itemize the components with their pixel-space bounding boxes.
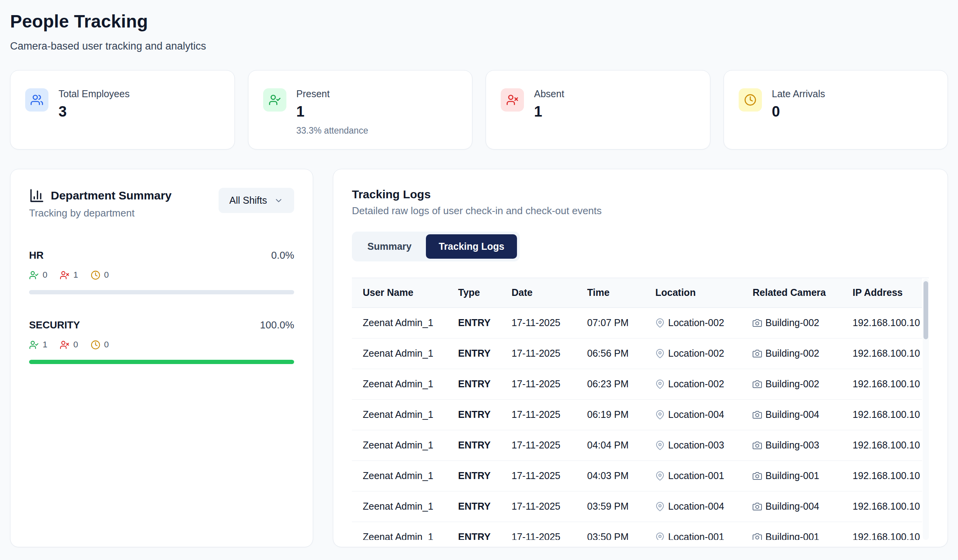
tracking-logs-title: Tracking Logs bbox=[352, 188, 929, 201]
icon-user-check bbox=[263, 88, 286, 112]
time-cell: 06:19 PM bbox=[587, 399, 655, 430]
map-pin-icon bbox=[655, 533, 665, 540]
ip-address-cell: 192.168.100.10 bbox=[853, 369, 922, 399]
camera-text: Building-001 bbox=[765, 470, 819, 481]
stat-value: 0 bbox=[772, 103, 825, 120]
related-camera-cell: Building-001 bbox=[753, 460, 853, 491]
department-name: HR bbox=[29, 249, 44, 261]
camera-icon bbox=[753, 471, 762, 481]
user-name-cell: Zeenat Admin_1 bbox=[352, 338, 458, 369]
ip-address-cell: 192.168.100.10 bbox=[853, 307, 922, 338]
page-title: People Tracking bbox=[10, 11, 948, 32]
department-percentage: 0.0% bbox=[271, 249, 294, 261]
department-item: SECURITY 100.0% 1 0 0 bbox=[29, 319, 294, 364]
late-stat: 0 bbox=[91, 340, 109, 350]
ip-address-cell: 192.168.100.10 bbox=[853, 491, 922, 522]
related-camera-cell: Building-002 bbox=[753, 338, 853, 369]
stat-text: Present 1 33.3% attendance bbox=[296, 88, 368, 136]
log-table-body: Zeenat Admin_1 ENTRY 17-11-2025 07:07 PM… bbox=[352, 307, 922, 540]
tab-tracking-logs[interactable]: Tracking Logs bbox=[426, 234, 517, 259]
location-cell: Location-004 bbox=[655, 399, 753, 430]
log-row: Zeenat Admin_1 ENTRY 17-11-2025 03:50 PM… bbox=[352, 522, 922, 540]
date-cell: 17-11-2025 bbox=[512, 399, 587, 430]
log-row: Zeenat Admin_1 ENTRY 17-11-2025 03:59 PM… bbox=[352, 491, 922, 522]
user-name-cell: Zeenat Admin_1 bbox=[352, 430, 458, 460]
camera-icon bbox=[753, 502, 762, 511]
location-cell: Location-001 bbox=[655, 460, 753, 491]
camera-text: Building-002 bbox=[765, 317, 819, 328]
user-name-cell: Zeenat Admin_1 bbox=[352, 460, 458, 491]
type-cell: ENTRY bbox=[458, 399, 512, 430]
map-pin-icon bbox=[655, 471, 665, 481]
department-summary-header: Department Summary Tracking by departmen… bbox=[29, 188, 294, 219]
location-text: Location-002 bbox=[668, 348, 724, 359]
stat-value: 3 bbox=[59, 103, 129, 120]
location-cell: Location-002 bbox=[655, 369, 753, 399]
camera-icon bbox=[753, 349, 762, 358]
stat-text: Absent 1 bbox=[534, 88, 564, 120]
ip-address-cell: 192.168.100.10 bbox=[853, 460, 922, 491]
present-stat: 0 bbox=[29, 270, 47, 280]
date-cell: 17-11-2025 bbox=[512, 522, 587, 540]
date-cell: 17-11-2025 bbox=[512, 430, 587, 460]
user-name-cell: Zeenat Admin_1 bbox=[352, 399, 458, 430]
log-row: Zeenat Admin_1 ENTRY 17-11-2025 06:23 PM… bbox=[352, 369, 922, 399]
location-text: Location-004 bbox=[668, 409, 724, 420]
date-cell: 17-11-2025 bbox=[512, 491, 587, 522]
column-header: Date bbox=[512, 278, 587, 307]
location-cell: Location-001 bbox=[655, 522, 753, 540]
log-row: Zeenat Admin_1 ENTRY 17-11-2025 06:19 PM… bbox=[352, 399, 922, 430]
location-text: Location-003 bbox=[668, 440, 724, 451]
stat-card: Total Employees 3 bbox=[10, 70, 235, 149]
map-pin-icon bbox=[655, 318, 665, 328]
log-table-head-row: User NameTypeDateTimeLocationRelated Cam… bbox=[352, 278, 922, 307]
time-cell: 04:03 PM bbox=[587, 460, 655, 491]
type-cell: ENTRY bbox=[458, 491, 512, 522]
column-header: Location bbox=[655, 278, 753, 307]
camera-text: Building-004 bbox=[765, 409, 819, 420]
location-text: Location-001 bbox=[668, 531, 724, 540]
absent-count: 0 bbox=[73, 340, 78, 350]
table-scrollbar[interactable] bbox=[923, 279, 929, 540]
column-header: IP Address bbox=[853, 278, 922, 307]
date-cell: 17-11-2025 bbox=[512, 369, 587, 399]
date-cell: 17-11-2025 bbox=[512, 307, 587, 338]
present-count: 0 bbox=[43, 270, 47, 280]
panels-row: Department Summary Tracking by departmen… bbox=[10, 169, 948, 547]
department-summary-subtitle: Tracking by department bbox=[29, 207, 172, 219]
icon-user-x bbox=[501, 88, 524, 112]
time-cell: 03:59 PM bbox=[587, 491, 655, 522]
camera-text: Building-001 bbox=[765, 531, 819, 540]
scrollbar-thumb[interactable] bbox=[924, 281, 928, 339]
stat-sub: 33.3% attendance bbox=[296, 125, 368, 136]
map-pin-icon bbox=[655, 380, 665, 389]
department-summary-panel: Department Summary Tracking by departmen… bbox=[10, 169, 313, 547]
stat-value: 1 bbox=[534, 103, 564, 120]
date-cell: 17-11-2025 bbox=[512, 338, 587, 369]
map-pin-icon bbox=[655, 502, 665, 511]
log-row: Zeenat Admin_1 ENTRY 17-11-2025 07:07 PM… bbox=[352, 307, 922, 338]
location-cell: Location-002 bbox=[655, 307, 753, 338]
camera-icon bbox=[753, 533, 762, 540]
late-stat: 0 bbox=[91, 270, 109, 280]
department-list: HR 0.0% 0 1 0 bbox=[29, 249, 294, 364]
camera-text: Building-002 bbox=[765, 348, 819, 359]
time-cell: 07:07 PM bbox=[587, 307, 655, 338]
tab-summary[interactable]: Summary bbox=[355, 234, 424, 259]
date-cell: 17-11-2025 bbox=[512, 460, 587, 491]
camera-icon bbox=[753, 380, 762, 389]
log-table-scroll-area[interactable]: User NameTypeDateTimeLocationRelated Cam… bbox=[352, 278, 929, 540]
stat-card: Present 1 33.3% attendance bbox=[248, 70, 473, 149]
camera-icon bbox=[753, 410, 762, 419]
user-name-cell: Zeenat Admin_1 bbox=[352, 369, 458, 399]
type-cell: ENTRY bbox=[458, 338, 512, 369]
chevron-down-icon bbox=[274, 196, 283, 205]
map-pin-icon bbox=[655, 441, 665, 450]
log-row: Zeenat Admin_1 ENTRY 17-11-2025 04:04 PM… bbox=[352, 430, 922, 460]
related-camera-cell: Building-001 bbox=[753, 522, 853, 540]
shift-filter-dropdown[interactable]: All Shifts bbox=[219, 188, 294, 213]
camera-icon bbox=[753, 318, 762, 328]
related-camera-cell: Building-004 bbox=[753, 399, 853, 430]
ip-address-cell: 192.168.100.10 bbox=[853, 338, 922, 369]
column-header: Time bbox=[587, 278, 655, 307]
